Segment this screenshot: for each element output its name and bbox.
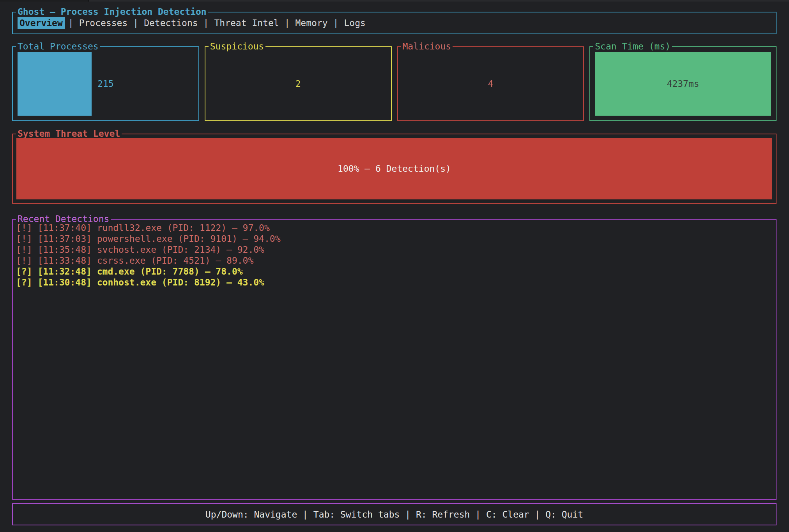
tab-separator: | (285, 18, 290, 28)
detection-row[interactable]: [?] [11:30:48] conhost.exe (PID: 8192) —… (16, 277, 776, 288)
terminal-chrome-notch (0, 0, 89, 2)
detection-row[interactable]: [!] [11:35:48] svchost.exe (PID: 2134) —… (16, 244, 776, 255)
tab-bar: Ghost — Process Injection Detection Over… (12, 12, 777, 34)
detections-list: [!] [11:37:40] rundll32.exe (PID: 1122) … (13, 220, 776, 288)
tab-separator: | (133, 18, 138, 28)
malicious-gauge: 4 (403, 52, 579, 116)
scan-time-gauge: 4237ms (595, 52, 771, 116)
threat-level-title: System Threat Level (16, 128, 122, 139)
stat-title: Suspicious (209, 41, 265, 52)
stat-scan-time: Scan Time (ms) 4237ms (589, 46, 777, 121)
footer-bar: Up/Down: Navigate | Tab: Switch tabs | R… (12, 503, 777, 525)
detection-row[interactable]: [!] [11:37:40] rundll32.exe (PID: 1122) … (16, 222, 776, 233)
threat-level-panel: System Threat Level 100% — 6 Detection(s… (12, 134, 777, 204)
tab-processes[interactable]: Processes (77, 17, 130, 29)
stat-title: Total Processes (16, 41, 100, 52)
tab-separator: | (333, 18, 339, 28)
keybindings-help: Up/Down: Navigate | Tab: Switch tabs | R… (205, 509, 583, 520)
gauge-fill (18, 52, 92, 116)
stat-suspicious: Suspicious 2 (205, 46, 392, 121)
app-window: Ghost — Process Injection Detection Over… (0, 0, 789, 532)
app-title: Ghost — Process Injection Detection (16, 6, 208, 17)
stat-value: 2 (295, 78, 301, 89)
stats-row: Total Processes 215 Suspicious 2 Malicio… (12, 46, 777, 121)
tab-separator: | (203, 18, 209, 28)
stat-malicious: Malicious 4 (397, 46, 584, 121)
tab-detections[interactable]: Detections (142, 17, 200, 29)
recent-detections-title: Recent Detections (16, 213, 111, 224)
tab-memory[interactable]: Memory (294, 17, 330, 29)
tab-threat-intel[interactable]: Threat Intel (212, 17, 281, 29)
suspicious-gauge: 2 (210, 52, 386, 116)
stat-total-processes: Total Processes 215 (12, 46, 199, 121)
threat-level-gauge: 100% — 6 Detection(s) (16, 138, 772, 199)
stat-title: Malicious (401, 41, 453, 52)
tab-separator: | (68, 18, 74, 28)
stat-value: 215 (97, 78, 114, 89)
terminal-chrome-strip (0, 0, 789, 2)
stat-value: 4237ms (667, 78, 699, 89)
stat-value: 4 (488, 78, 493, 89)
detection-row[interactable]: [!] [11:33:48] csrss.exe (PID: 4521) — 8… (16, 255, 776, 266)
total-processes-gauge: 215 (18, 52, 194, 116)
detection-row[interactable]: [!] [11:37:03] powershell.exe (PID: 9101… (16, 233, 776, 244)
tab-logs[interactable]: Logs (342, 17, 367, 29)
tab-overview[interactable]: Overview (18, 17, 65, 29)
threat-level-label: 100% — 6 Detection(s) (338, 163, 451, 174)
stat-title: Scan Time (ms) (593, 41, 672, 52)
recent-detections-panel: Recent Detections [!] [11:37:40] rundll3… (12, 219, 777, 500)
detection-row[interactable]: [?] [11:32:48] cmd.exe (PID: 7788) — 78.… (16, 266, 776, 277)
